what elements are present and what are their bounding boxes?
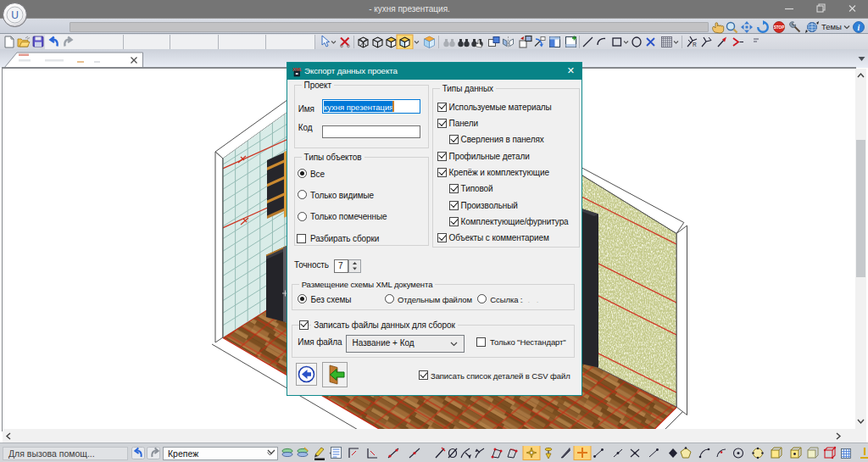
- svg-text:U: U: [11, 9, 19, 21]
- svg-text:Темы: Темы: [821, 22, 842, 31]
- svg-text:STOP: STOP: [774, 25, 784, 30]
- svg-text:XML: XML: [292, 67, 302, 72]
- svg-text:R: R: [693, 42, 697, 47]
- svg-text:i: i: [858, 23, 860, 32]
